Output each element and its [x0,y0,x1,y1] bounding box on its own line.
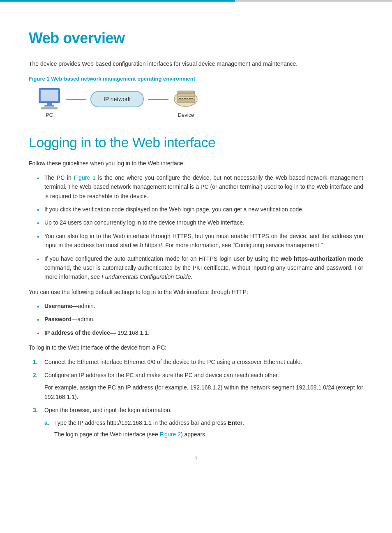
figure2-link[interactable]: Figure 2 [160,431,181,438]
figure-row: PC IP network [37,88,199,118]
device-label: Device [178,112,194,118]
ip-network-group: IP network [86,91,148,107]
sub-para-before: The login page of the Web interface (see [54,431,160,438]
intro-paragraph: The device provides Web-based configurat… [29,59,363,68]
svg-rect-2 [47,103,52,105]
bullet-5-before: If you have configured the auto authenti… [44,255,281,262]
ip-address-value: — 192.168.1.1. [110,329,150,336]
sub-step-a-sub: The login page of the Web interface (see… [54,430,363,439]
bullet-3-text: Up to 24 users can concurrently log in t… [44,219,244,226]
guidelines-list: The PC in Figure 1 is the one where you … [37,173,363,282]
right-connector [148,99,168,100]
step-1-text: Connect the Ethernet interface Ethernet … [44,359,302,365]
figure-1: PC IP network [29,88,363,118]
logging-intro: Follow these guidelines when you log in … [29,159,363,168]
svg-rect-1 [41,90,58,101]
username-value: —admin. [72,303,95,309]
svg-rect-12 [178,100,195,103]
svg-rect-17 [189,98,191,99]
list-item-5: If you have configured the auto authenti… [37,254,363,282]
sub-para-after: ) appears. [181,431,207,438]
step-1: Connect the Ethernet interface Ethernet … [33,357,363,366]
list-item-2: If you click the verification code displ… [37,205,363,214]
pc-label: PC [46,112,53,118]
ip-network-label: IP network [104,96,131,102]
pc-icon-group: PC [37,88,62,118]
left-connector [66,99,86,100]
password-bold: Password [44,316,71,322]
list-item-3: Up to 24 users can concurrently log in t… [37,218,363,227]
username-bold: Username [44,303,72,309]
ip-address-bold: IP address of the device [44,329,110,336]
step-3-text: Open the browser, and input the login in… [44,407,172,413]
bullet-1-before: The PC in [44,174,74,181]
svg-rect-15 [184,98,186,99]
default-settings-list: Username—admin. Password—admin. IP addre… [37,301,363,337]
bullet-4-text: You can also log in to the Web interface… [44,233,363,248]
figure1-link-1[interactable]: Figure 1 [74,174,96,181]
page-number: 1 [29,455,363,461]
pc-svg-icon [37,88,62,110]
step-2-sub: For example, assign the PC an IP address… [44,383,363,401]
sub-steps-list: Type the IP address http://192.168.1.1 i… [44,418,363,439]
enter-bold: Enter [228,419,242,426]
sub-step-a-after: . [242,419,244,426]
ip-network-bubble: IP network [90,91,144,107]
svg-rect-4 [41,107,58,109]
italic-guide: Fundamentals Configuration Guide [101,273,191,280]
password-value: —admin. [71,316,95,322]
step-3: Open the browser, and input the login in… [33,406,363,439]
bullet-5-after: . [191,273,192,280]
steps-intro: To log in to the Web interface of the de… [29,343,363,352]
step-2-text: Configure an IP address for the PC and m… [44,372,279,378]
sub-step-a-text: Type the IP address http://192.168.1.1 i… [54,419,228,426]
svg-rect-3 [44,105,54,107]
device-icon-group: Device [173,88,199,118]
bullet-5-middle: command, the user is automatically authe… [44,264,363,280]
svg-rect-16 [187,98,188,99]
list-item-4: You can also log in to the Web interface… [37,232,363,250]
device-svg-icon [173,88,199,110]
ip-address-item: IP address of the device— 192.168.1.1. [37,328,363,337]
password-item: Password—admin. [37,315,363,324]
web-overview-title: Web overview [29,30,363,47]
svg-rect-18 [191,98,193,99]
bullet-2-text: If you click the verification code displ… [44,206,304,213]
logging-in-title: Logging in to the Web interface [29,134,363,151]
svg-rect-14 [182,98,183,99]
list-item-1: The PC in Figure 1 is the one where you … [37,173,363,201]
steps-list: Connect the Ethernet interface Ethernet … [33,357,363,439]
svg-rect-13 [179,98,181,99]
sub-step-a: Type the IP address http://192.168.1.1 i… [44,418,363,439]
username-item: Username—admin. [37,301,363,311]
page-content: Web overview The device provides Web-bas… [0,2,392,486]
bold-command: web https-authorization mode [281,255,363,262]
step-2: Configure an IP address for the PC and m… [33,371,363,401]
default-settings-intro: You can use the following default settin… [29,287,363,297]
figure-caption: Figure 1 Web-based network management op… [29,76,363,82]
